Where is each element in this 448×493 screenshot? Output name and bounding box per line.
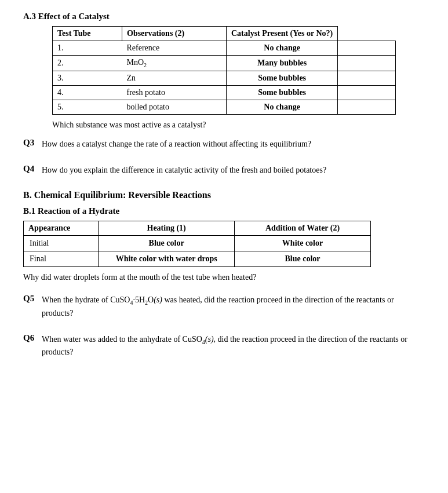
why-question: Why did water droplets form at the mouth…: [23, 273, 425, 282]
a3-underline: Effect: [38, 12, 60, 21]
table-row: 4. fresh potato Some bubbles: [53, 85, 396, 100]
q3-label: Q3: [23, 138, 42, 148]
row2-tube: MnO2: [122, 56, 227, 71]
hydrate-row-initial: Initial Blue color White color: [24, 235, 371, 251]
row1-obs: No change: [227, 41, 338, 56]
row2-catalyst: [338, 56, 396, 71]
a3-rest: of a Catalyst: [60, 12, 110, 21]
row1-tube: Reference: [122, 41, 227, 56]
q5-pre: When the hydrate of CuSO4·5H2O(s) was he…: [42, 295, 394, 317]
q5-sub2: 2: [145, 300, 148, 306]
q5-content: When the hydrate of CuSO4·5H2O(s) was he…: [42, 294, 425, 319]
section-a3-title: A.3 Effect of a Catalyst: [23, 12, 425, 21]
q3-text: How does a catalyst change the rate of a…: [42, 138, 311, 150]
col-test-tube: Test Tube: [53, 27, 122, 41]
row1-num: 1.: [53, 41, 122, 56]
q3-block: Q3 How does a catalyst change the rate o…: [23, 138, 425, 150]
q4-text: How do you explain the difference in cat…: [42, 166, 326, 174]
row5-catalyst: [338, 100, 396, 114]
row5-tube: boiled potato: [122, 100, 227, 114]
hydrate-final-app: Final: [24, 251, 99, 266]
hydrate-table: Appearance Heating (1) Addition of Water…: [23, 221, 371, 267]
section-b1-title: B.1 Reaction of a Hydrate: [23, 206, 425, 216]
q6-italic: (s),: [205, 335, 216, 344]
q6-label: Q6: [23, 333, 42, 343]
hydrate-initial-water: White color: [235, 235, 371, 251]
table-row: 5. boiled potato No change: [53, 100, 396, 114]
hydrate-row-final: Final White color with water drops Blue …: [24, 251, 371, 266]
row2-num: 2.: [53, 56, 122, 71]
q6-text: When water was added to the anhydrate of…: [42, 335, 407, 357]
hydrate-col-heating: Heating (1): [99, 221, 235, 235]
row3-tube: Zn: [122, 71, 227, 85]
a3-label: A.3: [23, 12, 36, 21]
hydrate-col-water: Addition of Water (2): [235, 221, 371, 235]
row4-tube: fresh potato: [122, 85, 227, 100]
hydrate-final-water: Blue color: [235, 251, 371, 266]
col-catalyst: Catalyst Present (Yes or No?): [227, 27, 338, 41]
hydrate-final-heating: White color with water drops: [99, 251, 235, 266]
table-row: 1. Reference No change: [53, 41, 396, 56]
q6-content: When water was added to the anhydrate of…: [42, 333, 425, 359]
q6-block: Q6 When water was added to the anhydrate…: [23, 333, 425, 359]
row3-catalyst: [338, 71, 396, 85]
q4-block: Q4 How do you explain the difference in …: [23, 164, 425, 176]
q5-block: Q5 When the hydrate of CuSO4·5H2O(s) was…: [23, 294, 425, 319]
row3-obs: Some bubbles: [227, 71, 338, 85]
row4-catalyst: [338, 85, 396, 100]
col-observations: Observations (2): [122, 27, 227, 41]
row5-obs: No change: [227, 100, 338, 114]
row4-obs: Some bubbles: [227, 85, 338, 100]
row4-num: 4.: [53, 85, 122, 100]
q4-label: Q4: [23, 164, 42, 174]
hydrate-initial-app: Initial: [24, 235, 99, 251]
table-row: 3. Zn Some bubbles: [53, 71, 396, 85]
hydrate-col-appearance: Appearance: [24, 221, 99, 235]
section-b-title: B. Chemical Equilibrium: Reversible Reac…: [23, 190, 425, 200]
q4-content: How do you explain the difference in cat…: [42, 164, 326, 176]
q5-italic1: (s): [154, 295, 162, 304]
row3-num: 3.: [53, 71, 122, 85]
row1-catalyst: [338, 41, 396, 56]
b1-label: B.1: [23, 206, 35, 216]
substance-question: Which substance was most active as a cat…: [52, 120, 425, 130]
row5-num: 5.: [53, 100, 122, 114]
catalyst-table: Test Tube Observations (2) Catalyst Pres…: [52, 26, 396, 115]
q5-sub1: 4: [130, 300, 133, 306]
row2-obs: Many bubbles: [227, 56, 338, 71]
q5-label: Q5: [23, 294, 42, 304]
hydrate-initial-heating: Blue color: [99, 235, 235, 251]
table-row: 2. MnO2 Many bubbles: [53, 56, 396, 71]
b1-underline: Reaction: [38, 206, 71, 216]
b1-rest: of a Hydrate: [71, 206, 120, 216]
